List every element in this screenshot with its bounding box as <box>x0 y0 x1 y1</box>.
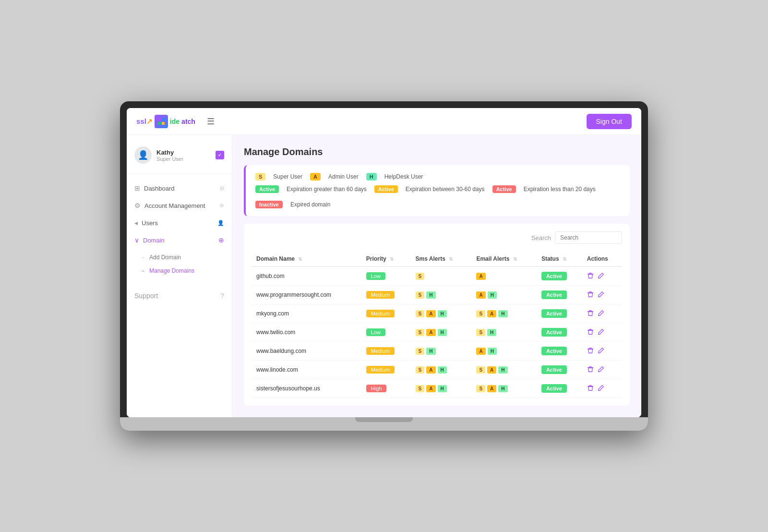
email-cell: AH <box>471 286 536 304</box>
sms-cell: SAH <box>411 323 472 342</box>
delete-button[interactable] <box>587 347 594 355</box>
status-yellow-desc: Expiration between 30-60 days <box>406 186 485 193</box>
sidebar-item-domain[interactable]: ∨ Domain ⊕ <box>127 231 232 249</box>
status-cell: Active <box>537 379 582 398</box>
logo: ssl↗ ide atch <box>136 115 195 128</box>
priority-cell: Medium <box>361 304 411 323</box>
status-yellow: Active <box>374 185 398 193</box>
priority-cell: Low <box>361 266 411 286</box>
status-cell: Active <box>537 286 582 304</box>
sidebar: 👤 Kathy Super User ✓ ⊞ Dashboard ⊞ <box>127 135 232 417</box>
sort-sms-icon[interactable]: ⇅ <box>449 256 453 262</box>
sidebar-item-dashboard[interactable]: ⊞ Dashboard ⊞ <box>127 180 232 197</box>
user-badge: ✓ <box>216 151 224 159</box>
sidebar-item-account[interactable]: ⚙ Account Management ⚙ <box>127 197 232 214</box>
support-label: Support <box>134 292 158 300</box>
sort-priority-icon[interactable]: ⇅ <box>390 256 394 262</box>
status-cell: Active <box>537 304 582 323</box>
status-cell: Active <box>537 342 582 361</box>
email-cell: AH <box>471 342 536 361</box>
edit-button[interactable] <box>598 385 604 393</box>
status-red-desc: Expiration less than 20 days <box>524 186 596 193</box>
domain-sub-nav: Add Domain Manage Domains <box>127 249 232 279</box>
domain-cell: github.com <box>252 266 361 286</box>
table-row: www.linode.comMediumSAHSAHActive <box>252 361 622 379</box>
table-row: mkyong.comMediumSAHSAHActive <box>252 304 622 323</box>
delete-button[interactable] <box>587 328 594 337</box>
signout-button[interactable]: Sign Out <box>587 114 632 129</box>
sidebar-item-add-domain[interactable]: Add Domain <box>127 251 232 264</box>
sms-cell: S <box>411 266 472 286</box>
delete-button[interactable] <box>587 385 594 393</box>
actions-cell <box>582 361 622 379</box>
sidebar-item-label: Dashboard <box>144 185 175 192</box>
avatar: 👤 <box>134 146 152 164</box>
sms-cell: SAH <box>411 379 472 398</box>
laptop-outer: ssl↗ ide atch ☰ Sign Out 👤 Kathy S <box>120 101 648 431</box>
page-title: Manage Domains <box>244 146 630 157</box>
account-nav-icon: ⚙ <box>219 203 224 209</box>
edit-button[interactable] <box>598 291 604 299</box>
domain-add-icon[interactable]: ⊕ <box>218 236 224 244</box>
table-row: github.comLowSAActive <box>252 266 622 286</box>
add-domain-label: Add Domain <box>149 254 181 261</box>
legend-card: S Super User A Admin User H HelpDesk Use… <box>244 165 630 216</box>
svg-rect-2 <box>158 122 161 125</box>
badge-a: A <box>310 173 321 181</box>
logo-ssl: ssl↗ <box>136 117 153 126</box>
manage-domains-label: Manage Domains <box>149 267 194 274</box>
delete-button[interactable] <box>587 272 594 280</box>
edit-button[interactable] <box>598 347 604 355</box>
table-row: www.programmersought.comMediumSHAHActive <box>252 286 622 304</box>
table-search-row: Search <box>252 231 622 244</box>
logo-icon <box>155 115 168 128</box>
edit-button[interactable] <box>598 310 604 318</box>
edit-button[interactable] <box>598 328 604 337</box>
delete-button[interactable] <box>587 366 594 374</box>
edit-button[interactable] <box>598 366 604 374</box>
main-layout: 👤 Kathy Super User ✓ ⊞ Dashboard ⊞ <box>127 135 641 417</box>
domain-cell: sistersofjesusourhope.us <box>252 379 361 398</box>
table-card: Search Domain Name ⇅ Priority <box>244 224 630 406</box>
delete-button[interactable] <box>587 310 594 318</box>
sidebar-item-support[interactable]: Support ? <box>127 287 232 304</box>
laptop-screen: ssl↗ ide atch ☰ Sign Out 👤 Kathy S <box>127 108 641 417</box>
badge-legend-row: S Super User A Admin User H HelpDesk Use… <box>255 173 620 181</box>
domain-cell: www.baeldung.com <box>252 342 361 361</box>
user-name: Kathy <box>156 149 211 156</box>
domains-table: Domain Name ⇅ Priority ⇅ Sms Alerts ⇅ <box>252 252 622 398</box>
domain-cell: www.programmersought.com <box>252 286 361 304</box>
sort-email-icon[interactable]: ⇅ <box>513 256 517 262</box>
status-green-desc: Expiration greater than 60 days <box>287 186 367 193</box>
svg-rect-1 <box>162 118 165 121</box>
edit-button[interactable] <box>598 272 604 280</box>
delete-button[interactable] <box>587 291 594 299</box>
sms-cell: SH <box>411 286 472 304</box>
badge-h-label: HelpDesk User <box>384 173 423 180</box>
actions-cell <box>582 304 622 323</box>
domain-cell: www.twilio.com <box>252 323 361 342</box>
table-row: www.twilio.comLowSAHSHActive <box>252 323 622 342</box>
badge-a-label: Admin User <box>328 173 359 180</box>
sidebar-item-users[interactable]: ◂ Users 👤 <box>127 214 232 231</box>
account-icon: ⚙ <box>134 202 141 209</box>
status-cell: Active <box>537 361 582 379</box>
domain-cell: mkyong.com <box>252 304 361 323</box>
support-icon: ? <box>220 292 224 300</box>
sms-cell: SAH <box>411 361 472 379</box>
col-status: Status ⇅ <box>537 252 582 266</box>
sms-cell: SAH <box>411 304 472 323</box>
badge-s-label: Super User <box>273 173 302 180</box>
search-input[interactable] <box>555 231 622 244</box>
sort-status-icon[interactable]: ⇅ <box>563 256 566 262</box>
badge-s: S <box>255 173 265 181</box>
dashboard-icon: ⊞ <box>134 184 140 192</box>
priority-cell: High <box>361 379 411 398</box>
svg-rect-3 <box>162 122 165 125</box>
user-role: Super User <box>156 156 211 162</box>
status-cell: Active <box>537 266 582 286</box>
sort-domain-icon[interactable]: ⇅ <box>298 256 302 262</box>
sidebar-item-label: Users <box>142 219 158 227</box>
sidebar-item-manage-domains[interactable]: Manage Domains <box>127 264 232 278</box>
hamburger-icon[interactable]: ☰ <box>203 114 218 129</box>
